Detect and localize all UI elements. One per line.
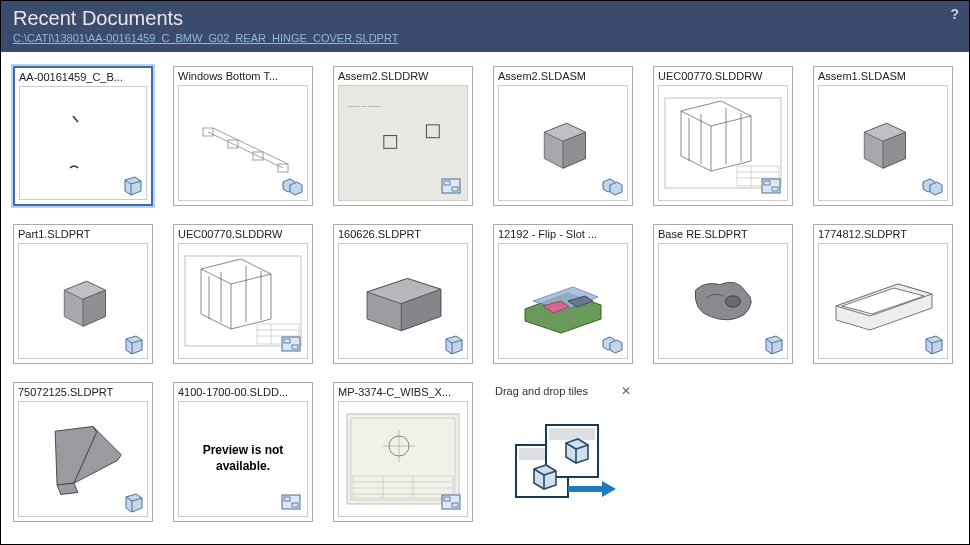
document-tile[interactable]: 160626.SLDPRT xyxy=(333,224,473,364)
tile-label: AA-00161459_C_B... xyxy=(15,68,151,84)
tile-label: 1774812.SLDPRT xyxy=(814,225,952,241)
tile-label: UEC00770.SLDDRW xyxy=(174,225,312,241)
asm-badge-icon xyxy=(920,177,944,197)
document-tile[interactable]: Base RE.SLDPRT xyxy=(653,224,793,364)
document-tile[interactable]: UEC00770.SLDDRW xyxy=(173,224,313,364)
document-tile[interactable]: Windows Bottom T... xyxy=(173,66,313,206)
tile-label: 12192 - Flip - Slot ... xyxy=(494,225,632,241)
selected-file-path[interactable]: C:\CATI\13801\AA-00161459_C_BMW_G02_REAR… xyxy=(13,32,957,44)
svg-rect-11 xyxy=(384,136,397,149)
drw-badge-icon xyxy=(440,493,464,513)
tile-preview xyxy=(818,85,948,201)
tile-label: Windows Bottom T... xyxy=(174,67,312,83)
document-tile[interactable]: MP-3374-C_WIBS_X... xyxy=(333,382,473,522)
window-header: Recent Documents C:\CATI\13801\AA-001614… xyxy=(1,1,969,52)
drw-badge-icon xyxy=(760,177,784,197)
document-tile[interactable]: Assem2.SLDDRW------- --- ------- xyxy=(333,66,473,206)
svg-line-6 xyxy=(208,132,283,168)
drw-badge-icon xyxy=(280,335,304,355)
document-tile[interactable]: UEC00770.SLDDRW xyxy=(653,66,793,206)
part-badge-icon xyxy=(760,335,784,355)
svg-marker-65 xyxy=(610,340,622,353)
asm-badge-icon xyxy=(280,177,304,197)
recent-documents-window: Recent Documents C:\CATI\13801\AA-001614… xyxy=(0,0,970,545)
document-tile[interactable]: 4100-1700-00.SLDD...Preview is not avail… xyxy=(173,382,313,522)
tile-label: Base RE.SLDPRT xyxy=(654,225,792,241)
part-badge-icon xyxy=(440,335,464,355)
tile-preview: Preview is not available. xyxy=(178,401,308,517)
document-tile[interactable]: Assem2.SLDASM xyxy=(493,66,633,206)
svg-marker-9 xyxy=(290,182,302,195)
preview-unavailable-text: Preview is not available. xyxy=(179,443,307,474)
drag-drop-hint-tile[interactable]: Drag and drop tiles✕ xyxy=(493,382,633,522)
document-tile[interactable]: 75072125.SLDPRT xyxy=(13,382,153,522)
svg-marker-100 xyxy=(566,439,588,463)
drag-drop-label: Drag and drop tiles xyxy=(495,385,588,397)
tile-preview xyxy=(178,243,308,359)
tile-preview xyxy=(18,401,148,517)
tile-preview xyxy=(658,85,788,201)
tile-label: Assem2.SLDDRW xyxy=(334,67,472,83)
tile-preview xyxy=(498,85,628,201)
svg-marker-41 xyxy=(126,336,142,354)
document-tile[interactable]: 1774812.SLDPRT xyxy=(813,224,953,364)
drw-badge-icon xyxy=(280,493,304,513)
tile-preview xyxy=(19,86,147,200)
part-badge-icon xyxy=(119,176,143,196)
svg-marker-0 xyxy=(125,177,141,195)
tile-label: Assem1.SLDASM xyxy=(814,67,952,83)
document-tile[interactable]: Part1.SLDPRT xyxy=(13,224,153,364)
svg-marker-58 xyxy=(446,336,462,354)
tile-preview xyxy=(18,243,148,359)
asm-badge-icon xyxy=(600,335,624,355)
svg-marker-102 xyxy=(534,465,556,489)
svg-rect-12 xyxy=(426,125,439,138)
tile-label: 75072125.SLDPRT xyxy=(14,383,152,399)
document-tile[interactable]: 12192 - Flip - Slot ... xyxy=(493,224,633,364)
tiles-grid: AA-00161459_C_B...Windows Bottom T...Ass… xyxy=(1,52,969,544)
svg-marker-20 xyxy=(610,182,622,195)
svg-marker-105 xyxy=(602,481,616,497)
document-tile[interactable]: Assem1.SLDASM xyxy=(813,66,953,206)
svg-marker-67 xyxy=(766,336,782,354)
window-title: Recent Documents xyxy=(13,7,957,30)
tile-preview xyxy=(338,401,468,517)
tile-preview xyxy=(178,85,308,201)
drw-badge-icon xyxy=(440,177,464,197)
document-tile[interactable]: AA-00161459_C_B... xyxy=(13,66,153,206)
part-badge-icon xyxy=(920,335,944,355)
svg-marker-72 xyxy=(926,336,942,354)
help-icon[interactable]: ? xyxy=(950,6,959,22)
svg-rect-82 xyxy=(347,414,459,504)
drag-drop-illustration xyxy=(493,402,633,522)
svg-line-7 xyxy=(213,128,288,164)
tile-preview xyxy=(498,243,628,359)
svg-marker-76 xyxy=(57,483,78,494)
close-icon[interactable]: ✕ xyxy=(621,384,631,398)
part-badge-icon xyxy=(120,493,144,513)
tile-label: Part1.SLDPRT xyxy=(14,225,152,241)
svg-marker-37 xyxy=(930,182,942,195)
tile-label: Assem2.SLDASM xyxy=(494,67,632,83)
svg-rect-99 xyxy=(550,429,594,439)
tile-preview: ------- --- ------- xyxy=(338,85,468,201)
svg-text:------- --- -------: ------- --- ------- xyxy=(348,103,381,109)
svg-point-66 xyxy=(725,295,740,306)
asm-badge-icon xyxy=(600,177,624,197)
tile-preview xyxy=(658,243,788,359)
tile-preview xyxy=(338,243,468,359)
tile-label: MP-3374-C_WIBS_X... xyxy=(334,383,472,399)
part-badge-icon xyxy=(120,335,144,355)
tile-label: UEC00770.SLDDRW xyxy=(654,67,792,83)
tile-label: 160626.SLDPRT xyxy=(334,225,472,241)
tile-label: 4100-1700-00.SLDD... xyxy=(174,383,312,399)
tile-preview xyxy=(818,243,948,359)
svg-marker-77 xyxy=(126,494,142,512)
